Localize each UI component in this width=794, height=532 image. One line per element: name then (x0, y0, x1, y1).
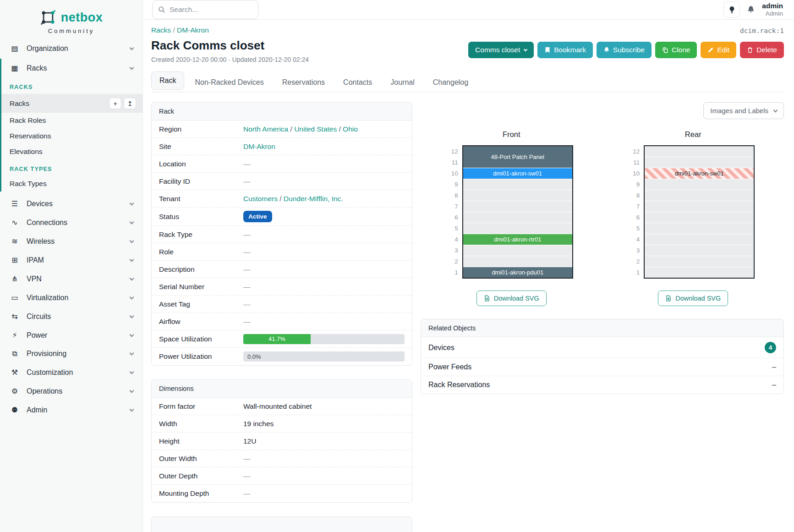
sidebar-item-rack-types[interactable]: Rack Types (1, 176, 142, 192)
import-button[interactable]: ↥ (124, 98, 136, 109)
empty-rack-unit[interactable] (645, 190, 754, 201)
sidebar-group-organization[interactable]: ▤Organization (0, 39, 142, 58)
theme-toggle-button[interactable] (723, 1, 740, 18)
unit-number: 1 (450, 267, 458, 278)
empty-rack-unit[interactable] (645, 256, 754, 267)
search-icon (158, 6, 165, 13)
sidebar-group-wireless[interactable]: ≋Wireless (0, 232, 142, 251)
context-button[interactable]: Comms closet (468, 42, 534, 58)
elevation-view-select[interactable]: Images and Labels (703, 102, 784, 119)
add-button[interactable]: + (109, 98, 121, 109)
tab-rack[interactable]: Rack (151, 71, 184, 90)
related-row-rack-reservations[interactable]: Rack Reservations– (421, 376, 783, 394)
devices-icon: ☰ (10, 199, 19, 208)
sidebar-section-title: RACKS (1, 77, 142, 94)
empty-rack-unit[interactable] (645, 234, 754, 245)
empty-rack-unit[interactable] (645, 267, 754, 278)
rack-device-dmi01-akron-sw01[interactable]: dmi01-akron-sw01 (463, 168, 572, 179)
sidebar-group-circuits[interactable]: ⇆Circuits (0, 307, 142, 326)
sidebar-group-label: Provisioning (27, 350, 66, 358)
empty-rack-unit[interactable] (463, 212, 572, 223)
topbar: admin Admin (143, 0, 794, 20)
tab-reservations[interactable]: Reservations (274, 74, 333, 91)
wireless-icon: ≋ (10, 237, 19, 246)
related-row-devices[interactable]: Devices4 (421, 337, 783, 358)
empty-rack-unit[interactable] (463, 245, 572, 256)
empty-rack-unit[interactable] (645, 245, 754, 256)
subscribe-button[interactable]: Subscribe (597, 42, 652, 58)
sidebar-group-vpn[interactable]: ⋔VPN (0, 269, 142, 288)
link-ohio[interactable]: Ohio (343, 125, 358, 133)
bookmark-button[interactable]: Bookmark (537, 42, 593, 58)
file-download-icon (484, 295, 490, 302)
sidebar-item-reservations[interactable]: Reservations (1, 128, 142, 144)
virtualization-icon: ▭ (10, 293, 19, 302)
tab-non-racked-devices[interactable]: Non-Racked Devices (187, 74, 271, 91)
rear-rack-elevation: dmi01-akron-sw01 (644, 145, 755, 279)
delete-button[interactable]: Delete (740, 42, 784, 58)
edit-button[interactable]: Edit (701, 42, 736, 58)
sidebar-group-devices[interactable]: ☰Devices (0, 194, 142, 213)
tab-changelog[interactable]: Changelog (425, 74, 476, 91)
related-row-power-feeds[interactable]: Power Feeds– (421, 358, 783, 376)
link-united-states[interactable]: United States (294, 125, 337, 133)
front-download-svg-button[interactable]: Download SVG (476, 291, 547, 306)
chevron-down-icon (524, 47, 527, 51)
rack-device-dmi01-akron-pdu01[interactable]: dmi01-akron-pdu01 (463, 267, 572, 278)
unit-number: 4 (450, 234, 458, 245)
link-dm-akron[interactable]: DM-Akron (243, 143, 275, 150)
empty-rack-unit[interactable] (645, 212, 754, 223)
link-north-america[interactable]: North America (243, 125, 288, 133)
sidebar-group-provisioning[interactable]: ⧉Provisioning (0, 345, 142, 363)
empty-rack-unit[interactable] (463, 179, 572, 190)
empty-rack-unit[interactable] (645, 179, 754, 190)
empty-rack-unit[interactable] (463, 201, 572, 212)
empty-rack-unit[interactable] (645, 146, 754, 157)
empty-rack-unit[interactable] (645, 223, 754, 234)
sidebar-group-operations[interactable]: ⚙Operations (0, 382, 142, 400)
bell-icon (747, 5, 755, 14)
sidebar-group-ipam[interactable]: ⊞IPAM (0, 251, 142, 269)
tab-contacts[interactable]: Contacts (335, 74, 380, 91)
unit-number: 11 (450, 157, 458, 168)
sidebar-item-racks[interactable]: Racks+↥ (1, 94, 142, 113)
clone-button[interactable]: Clone (655, 42, 697, 58)
rack-device-dmi01-akron-rtr01[interactable]: dmi01-akron-rtr01 (463, 234, 572, 245)
rear-download-svg-button[interactable]: Download SVG (658, 291, 728, 306)
unit-number: 12 (631, 146, 640, 157)
breadcrumb-link-dm-akron[interactable]: DM-Akron (177, 26, 209, 34)
tab-journal[interactable]: Journal (383, 74, 422, 91)
sidebar-item-elevations[interactable]: Elevations (1, 144, 142, 159)
sidebar-group-power[interactable]: ⚡Power (0, 326, 142, 345)
sidebar-group-connections[interactable]: ∿Connections (0, 213, 142, 232)
sidebar-group-label: Circuits (27, 313, 51, 321)
notifications-button[interactable] (747, 5, 755, 14)
rack-device-dmi01-akron-sw01[interactable]: dmi01-akron-sw01 (645, 168, 754, 179)
link-dunder-mifflin-inc[interactable]: Dunder-Mifflin, Inc. (284, 195, 343, 203)
chevron-down-icon (130, 313, 134, 318)
breadcrumb-link-racks[interactable]: Racks (151, 26, 171, 34)
unit-number: 7 (631, 201, 640, 212)
row-value: 12U (243, 437, 405, 445)
table-row: Rack Type— (152, 226, 412, 243)
netbox-logo[interactable]: netbox Community (0, 6, 142, 39)
sidebar-item-rack-roles[interactable]: Rack Roles (1, 113, 142, 128)
empty-rack-unit[interactable] (645, 157, 754, 168)
search-box[interactable] (152, 0, 258, 19)
sidebar-group-racks[interactable]: ▦Racks (1, 59, 142, 77)
rack-panel: Rack RegionNorth America / United States… (151, 102, 412, 366)
row-value: — (243, 300, 405, 308)
user-menu[interactable]: admin Admin (762, 1, 783, 18)
rack-device-48-port-patch-panel[interactable]: 48-Port Patch Panel (463, 146, 572, 168)
tab-bar: RackNon-Racked DevicesReservationsContac… (151, 71, 784, 92)
sidebar-group-customization[interactable]: ⚒Customization (0, 363, 142, 382)
sidebar-group-virtualization[interactable]: ▭Virtualization (0, 288, 142, 307)
empty-rack-unit[interactable] (645, 201, 754, 212)
empty-rack-unit[interactable] (463, 190, 572, 201)
row-value: — (243, 318, 405, 326)
empty-rack-unit[interactable] (463, 256, 572, 267)
empty-rack-unit[interactable] (463, 223, 572, 234)
sidebar-group-admin[interactable]: ⚉Admin (0, 400, 142, 419)
link-customers[interactable]: Customers (243, 195, 278, 203)
search-input[interactable] (170, 5, 243, 14)
